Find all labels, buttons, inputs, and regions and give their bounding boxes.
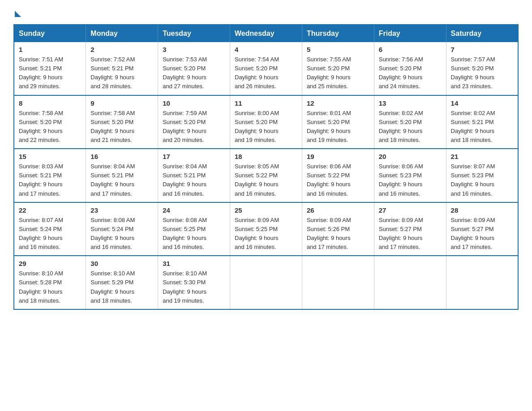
day-info: Sunrise: 8:09 AMSunset: 5:25 PMDaylight:… (235, 217, 279, 250)
day-number: 2 (90, 46, 153, 53)
calendar-cell: 9 Sunrise: 7:58 AMSunset: 5:20 PMDayligh… (86, 95, 158, 149)
calendar-cell: 2 Sunrise: 7:52 AMSunset: 5:21 PMDayligh… (86, 42, 158, 95)
calendar-cell: 15 Sunrise: 8:03 AMSunset: 5:21 PMDaylig… (14, 149, 86, 202)
calendar-cell: 13 Sunrise: 8:02 AMSunset: 5:20 PMDaylig… (374, 95, 446, 149)
day-info: Sunrise: 8:08 AMSunset: 5:25 PMDaylight:… (163, 217, 207, 250)
day-info: Sunrise: 8:09 AMSunset: 5:27 PMDaylight:… (451, 217, 495, 250)
day-number: 15 (19, 153, 81, 160)
calendar-cell: 12 Sunrise: 8:01 AMSunset: 5:20 PMDaylig… (302, 95, 374, 149)
day-number: 13 (379, 99, 442, 107)
day-number: 28 (451, 206, 513, 214)
column-header-friday: Friday (374, 25, 446, 42)
day-info: Sunrise: 7:57 AMSunset: 5:20 PMDaylight:… (451, 56, 495, 90)
calendar-cell: 21 Sunrise: 8:07 AMSunset: 5:23 PMDaylig… (446, 149, 518, 202)
calendar-cell: 18 Sunrise: 8:05 AMSunset: 5:22 PMDaylig… (230, 149, 302, 202)
calendar-cell (230, 256, 302, 309)
day-info: Sunrise: 8:07 AMSunset: 5:24 PMDaylight:… (19, 217, 63, 250)
day-number: 31 (163, 260, 225, 267)
day-number: 21 (451, 153, 513, 160)
calendar-cell (374, 256, 446, 309)
calendar-cell: 14 Sunrise: 8:02 AMSunset: 5:21 PMDaylig… (446, 95, 518, 149)
column-header-thursday: Thursday (302, 25, 374, 42)
calendar-cell: 28 Sunrise: 8:09 AMSunset: 5:27 PMDaylig… (446, 202, 518, 256)
day-number: 11 (235, 99, 297, 107)
column-header-sunday: Sunday (14, 25, 86, 42)
day-number: 5 (307, 46, 369, 53)
column-header-saturday: Saturday (446, 25, 518, 42)
calendar-cell (302, 256, 374, 309)
column-header-tuesday: Tuesday (158, 25, 230, 42)
calendar-week-row: 15 Sunrise: 8:03 AMSunset: 5:21 PMDaylig… (14, 149, 518, 202)
day-info: Sunrise: 8:07 AMSunset: 5:23 PMDaylight:… (451, 163, 495, 197)
calendar-cell: 7 Sunrise: 7:57 AMSunset: 5:20 PMDayligh… (446, 42, 518, 95)
calendar-cell: 31 Sunrise: 8:10 AMSunset: 5:30 PMDaylig… (158, 256, 230, 309)
calendar-cell: 26 Sunrise: 8:09 AMSunset: 5:26 PMDaylig… (302, 202, 374, 256)
day-info: Sunrise: 7:58 AMSunset: 5:20 PMDaylight:… (19, 110, 63, 143)
day-number: 27 (379, 206, 442, 214)
calendar-cell: 4 Sunrise: 7:54 AMSunset: 5:20 PMDayligh… (230, 42, 302, 95)
calendar-cell: 5 Sunrise: 7:55 AMSunset: 5:20 PMDayligh… (302, 42, 374, 95)
calendar-cell: 6 Sunrise: 7:56 AMSunset: 5:20 PMDayligh… (374, 42, 446, 95)
day-number: 3 (163, 46, 225, 53)
day-number: 22 (19, 206, 81, 214)
calendar-week-row: 1 Sunrise: 7:51 AMSunset: 5:21 PMDayligh… (14, 42, 518, 95)
day-info: Sunrise: 7:55 AMSunset: 5:20 PMDaylight:… (307, 56, 351, 90)
day-number: 20 (379, 153, 442, 160)
day-info: Sunrise: 8:09 AMSunset: 5:27 PMDaylight:… (379, 217, 423, 250)
day-info: Sunrise: 8:09 AMSunset: 5:26 PMDaylight:… (307, 217, 351, 250)
day-number: 17 (163, 153, 225, 160)
day-number: 9 (90, 99, 153, 107)
day-number: 19 (307, 153, 369, 160)
day-info: Sunrise: 7:58 AMSunset: 5:20 PMDaylight:… (90, 110, 135, 143)
calendar-cell: 29 Sunrise: 8:10 AMSunset: 5:28 PMDaylig… (14, 256, 86, 309)
day-info: Sunrise: 8:00 AMSunset: 5:20 PMDaylight:… (235, 110, 279, 143)
day-info: Sunrise: 8:06 AMSunset: 5:22 PMDaylight:… (307, 163, 351, 197)
day-info: Sunrise: 7:53 AMSunset: 5:20 PMDaylight:… (163, 56, 207, 90)
day-number: 23 (90, 206, 153, 214)
day-number: 12 (307, 99, 369, 107)
day-info: Sunrise: 7:51 AMSunset: 5:21 PMDaylight:… (19, 56, 63, 90)
day-info: Sunrise: 7:56 AMSunset: 5:20 PMDaylight:… (379, 56, 423, 90)
calendar-week-row: 29 Sunrise: 8:10 AMSunset: 5:28 PMDaylig… (14, 256, 518, 309)
calendar-week-row: 22 Sunrise: 8:07 AMSunset: 5:24 PMDaylig… (14, 202, 518, 256)
day-info: Sunrise: 7:59 AMSunset: 5:20 PMDaylight:… (163, 110, 207, 143)
day-info: Sunrise: 8:06 AMSunset: 5:23 PMDaylight:… (379, 163, 423, 197)
calendar-cell: 27 Sunrise: 8:09 AMSunset: 5:27 PMDaylig… (374, 202, 446, 256)
day-info: Sunrise: 8:02 AMSunset: 5:20 PMDaylight:… (379, 110, 423, 143)
calendar-cell: 16 Sunrise: 8:04 AMSunset: 5:21 PMDaylig… (86, 149, 158, 202)
day-info: Sunrise: 8:10 AMSunset: 5:29 PMDaylight:… (90, 270, 135, 304)
calendar-cell: 10 Sunrise: 7:59 AMSunset: 5:20 PMDaylig… (158, 95, 230, 149)
calendar-cell: 17 Sunrise: 8:04 AMSunset: 5:21 PMDaylig… (158, 149, 230, 202)
calendar-cell: 8 Sunrise: 7:58 AMSunset: 5:20 PMDayligh… (14, 95, 86, 149)
day-info: Sunrise: 8:05 AMSunset: 5:22 PMDaylight:… (235, 163, 279, 197)
day-number: 25 (235, 206, 297, 214)
calendar-cell: 3 Sunrise: 7:53 AMSunset: 5:20 PMDayligh… (158, 42, 230, 95)
calendar-cell: 30 Sunrise: 8:10 AMSunset: 5:29 PMDaylig… (86, 256, 158, 309)
calendar-cell: 22 Sunrise: 8:07 AMSunset: 5:24 PMDaylig… (14, 202, 86, 256)
calendar-cell: 1 Sunrise: 7:51 AMSunset: 5:21 PMDayligh… (14, 42, 86, 95)
day-number: 26 (307, 206, 369, 214)
calendar-cell (446, 256, 518, 309)
day-number: 18 (235, 153, 297, 160)
calendar-cell: 20 Sunrise: 8:06 AMSunset: 5:23 PMDaylig… (374, 149, 446, 202)
calendar-cell: 23 Sunrise: 8:08 AMSunset: 5:24 PMDaylig… (86, 202, 158, 256)
day-number: 24 (163, 206, 225, 214)
calendar-header-row: SundayMondayTuesdayWednesdayThursdayFrid… (14, 25, 518, 42)
logo-arrow-icon (15, 11, 21, 17)
day-number: 16 (90, 153, 153, 160)
calendar-cell: 25 Sunrise: 8:09 AMSunset: 5:25 PMDaylig… (230, 202, 302, 256)
day-info: Sunrise: 8:03 AMSunset: 5:21 PMDaylight:… (19, 163, 63, 197)
day-number: 4 (235, 46, 297, 53)
day-info: Sunrise: 8:02 AMSunset: 5:21 PMDaylight:… (451, 110, 495, 143)
day-number: 1 (19, 46, 81, 53)
day-number: 6 (379, 46, 442, 53)
logo (13, 9, 21, 16)
calendar-cell: 19 Sunrise: 8:06 AMSunset: 5:22 PMDaylig… (302, 149, 374, 202)
day-info: Sunrise: 8:04 AMSunset: 5:21 PMDaylight:… (90, 163, 135, 197)
calendar-table: SundayMondayTuesdayWednesdayThursdayFrid… (13, 24, 519, 310)
day-info: Sunrise: 8:01 AMSunset: 5:20 PMDaylight:… (307, 110, 351, 143)
day-number: 14 (451, 99, 513, 107)
day-info: Sunrise: 8:10 AMSunset: 5:30 PMDaylight:… (163, 270, 207, 304)
day-info: Sunrise: 7:52 AMSunset: 5:21 PMDaylight:… (90, 56, 135, 90)
day-info: Sunrise: 8:04 AMSunset: 5:21 PMDaylight:… (163, 163, 207, 197)
